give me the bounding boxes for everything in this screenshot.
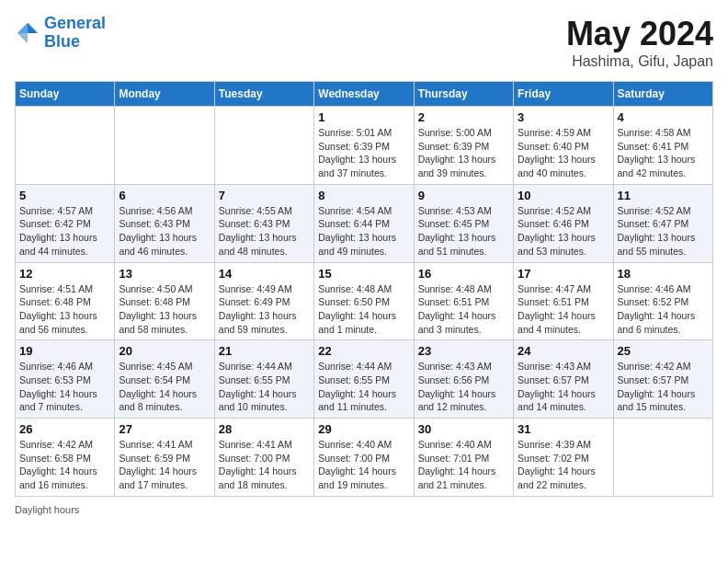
- day-info: Sunrise: 4:46 AMSunset: 6:53 PMDaylight:…: [19, 360, 110, 414]
- calendar-cell: [16, 107, 115, 185]
- calendar-cell: 3Sunrise: 4:59 AMSunset: 6:40 PMDaylight…: [514, 107, 613, 185]
- day-info: Sunrise: 4:39 AMSunset: 7:02 PMDaylight:…: [518, 438, 609, 492]
- day-number: 21: [219, 344, 310, 358]
- calendar-cell: 26Sunrise: 4:42 AMSunset: 6:58 PMDayligh…: [16, 419, 115, 497]
- day-info: Sunrise: 5:01 AMSunset: 6:39 PMDaylight:…: [318, 126, 409, 180]
- day-number: 18: [618, 267, 709, 281]
- day-info: Sunrise: 5:00 AMSunset: 6:39 PMDaylight:…: [418, 126, 509, 180]
- day-info: Sunrise: 4:40 AMSunset: 7:01 PMDaylight:…: [418, 438, 509, 492]
- day-number: 15: [318, 267, 409, 281]
- calendar-cell: [214, 107, 313, 185]
- day-info: Sunrise: 4:40 AMSunset: 7:00 PMDaylight:…: [318, 438, 409, 492]
- week-row-2: 5Sunrise: 4:57 AMSunset: 6:42 PMDaylight…: [16, 184, 713, 262]
- dow-header-thursday: Thursday: [414, 82, 513, 107]
- day-info: Sunrise: 4:43 AMSunset: 6:57 PMDaylight:…: [518, 360, 609, 414]
- day-info: Sunrise: 4:41 AMSunset: 7:00 PMDaylight:…: [219, 438, 310, 492]
- day-number: 8: [318, 189, 409, 202]
- calendar-cell: 25Sunrise: 4:42 AMSunset: 6:57 PMDayligh…: [613, 340, 712, 419]
- logo-icon: [15, 20, 40, 46]
- day-number: 2: [418, 110, 509, 124]
- calendar-cell: 28Sunrise: 4:41 AMSunset: 7:00 PMDayligh…: [214, 419, 313, 497]
- calendar-cell: 19Sunrise: 4:46 AMSunset: 6:53 PMDayligh…: [16, 340, 115, 419]
- calendar-cell: 8Sunrise: 4:54 AMSunset: 6:44 PMDaylight…: [314, 184, 414, 262]
- day-number: 5: [19, 189, 110, 202]
- day-info: Sunrise: 4:48 AMSunset: 6:51 PMDaylight:…: [418, 282, 509, 337]
- calendar-cell: 23Sunrise: 4:43 AMSunset: 6:56 PMDayligh…: [414, 340, 513, 419]
- calendar-cell: 11Sunrise: 4:52 AMSunset: 6:47 PMDayligh…: [613, 184, 712, 262]
- day-number: 19: [19, 344, 110, 358]
- dow-header-friday: Friday: [514, 82, 613, 107]
- day-info: Sunrise: 4:42 AMSunset: 6:57 PMDaylight:…: [618, 360, 709, 414]
- day-number: 12: [19, 267, 110, 281]
- day-info: Sunrise: 4:42 AMSunset: 6:58 PMDaylight:…: [19, 438, 110, 492]
- location: Hashima, Gifu, Japan: [566, 53, 713, 70]
- day-number: 11: [618, 189, 709, 202]
- day-number: 6: [119, 189, 210, 202]
- dow-header-wednesday: Wednesday: [314, 82, 414, 107]
- dow-header-monday: Monday: [115, 82, 214, 107]
- day-info: Sunrise: 4:46 AMSunset: 6:52 PMDaylight:…: [618, 282, 709, 337]
- day-info: Sunrise: 4:51 AMSunset: 6:48 PMDaylight:…: [19, 282, 110, 337]
- header-row: SundayMondayTuesdayWednesdayThursdayFrid…: [16, 82, 713, 107]
- calendar-cell: 2Sunrise: 5:00 AMSunset: 6:39 PMDaylight…: [414, 107, 513, 185]
- day-info: Sunrise: 4:58 AMSunset: 6:41 PMDaylight:…: [618, 126, 709, 180]
- logo-blue: Blue: [44, 32, 80, 51]
- day-number: 31: [518, 422, 609, 436]
- week-row-4: 19Sunrise: 4:46 AMSunset: 6:53 PMDayligh…: [16, 340, 713, 419]
- calendar-cell: 20Sunrise: 4:45 AMSunset: 6:54 PMDayligh…: [115, 340, 214, 419]
- day-number: 22: [318, 344, 409, 358]
- logo: General Blue: [15, 15, 106, 52]
- calendar-cell: 15Sunrise: 4:48 AMSunset: 6:50 PMDayligh…: [314, 262, 414, 340]
- day-info: Sunrise: 4:41 AMSunset: 6:59 PMDaylight:…: [119, 438, 210, 492]
- calendar-cell: 18Sunrise: 4:46 AMSunset: 6:52 PMDayligh…: [613, 262, 712, 340]
- week-row-5: 26Sunrise: 4:42 AMSunset: 6:58 PMDayligh…: [16, 419, 713, 497]
- calendar-cell: 21Sunrise: 4:44 AMSunset: 6:55 PMDayligh…: [214, 340, 313, 419]
- day-info: Sunrise: 4:53 AMSunset: 6:45 PMDaylight:…: [418, 204, 509, 259]
- calendar-cell: 27Sunrise: 4:41 AMSunset: 6:59 PMDayligh…: [115, 419, 214, 497]
- calendar-table: SundayMondayTuesdayWednesdayThursdayFrid…: [15, 81, 713, 497]
- day-info: Sunrise: 4:52 AMSunset: 6:46 PMDaylight:…: [518, 204, 609, 259]
- day-number: 1: [318, 110, 409, 124]
- day-number: 4: [618, 110, 709, 124]
- day-info: Sunrise: 4:59 AMSunset: 6:40 PMDaylight:…: [518, 126, 609, 180]
- day-number: 20: [119, 344, 210, 358]
- day-number: 27: [119, 422, 210, 436]
- calendar-cell: 6Sunrise: 4:56 AMSunset: 6:43 PMDaylight…: [115, 184, 214, 262]
- calendar-cell: [613, 419, 712, 497]
- day-number: 24: [518, 344, 609, 358]
- calendar-cell: 24Sunrise: 4:43 AMSunset: 6:57 PMDayligh…: [514, 340, 613, 419]
- day-number: 14: [219, 267, 310, 281]
- week-row-3: 12Sunrise: 4:51 AMSunset: 6:48 PMDayligh…: [16, 262, 713, 340]
- day-info: Sunrise: 4:43 AMSunset: 6:56 PMDaylight:…: [418, 360, 509, 414]
- day-info: Sunrise: 4:50 AMSunset: 6:48 PMDaylight:…: [119, 282, 210, 337]
- calendar-cell: 4Sunrise: 4:58 AMSunset: 6:41 PMDaylight…: [613, 107, 712, 185]
- calendar-cell: 30Sunrise: 4:40 AMSunset: 7:01 PMDayligh…: [414, 419, 513, 497]
- title-block: May 2024 Hashima, Gifu, Japan: [566, 15, 713, 70]
- day-info: Sunrise: 4:49 AMSunset: 6:49 PMDaylight:…: [219, 282, 310, 337]
- svg-marker-1: [17, 23, 28, 33]
- calendar-cell: [115, 107, 214, 185]
- day-number: 7: [219, 189, 310, 202]
- svg-marker-0: [28, 23, 38, 33]
- month-title: May 2024: [566, 15, 713, 53]
- calendar-cell: 13Sunrise: 4:50 AMSunset: 6:48 PMDayligh…: [115, 262, 214, 340]
- day-info: Sunrise: 4:48 AMSunset: 6:50 PMDaylight:…: [318, 282, 409, 337]
- day-info: Sunrise: 4:44 AMSunset: 6:55 PMDaylight:…: [219, 360, 310, 414]
- day-number: 30: [418, 422, 509, 436]
- day-number: 25: [618, 344, 709, 358]
- calendar-cell: 10Sunrise: 4:52 AMSunset: 6:46 PMDayligh…: [514, 184, 613, 262]
- calendar-cell: 1Sunrise: 5:01 AMSunset: 6:39 PMDaylight…: [314, 107, 414, 185]
- dow-header-saturday: Saturday: [613, 82, 712, 107]
- footer-daylight: Daylight hours: [15, 504, 713, 515]
- day-info: Sunrise: 4:52 AMSunset: 6:47 PMDaylight:…: [618, 204, 709, 259]
- week-row-1: 1Sunrise: 5:01 AMSunset: 6:39 PMDaylight…: [16, 107, 713, 185]
- calendar-cell: 31Sunrise: 4:39 AMSunset: 7:02 PMDayligh…: [514, 419, 613, 497]
- day-number: 28: [219, 422, 310, 436]
- day-info: Sunrise: 4:45 AMSunset: 6:54 PMDaylight:…: [119, 360, 210, 414]
- svg-marker-2: [17, 33, 28, 43]
- calendar-cell: 17Sunrise: 4:47 AMSunset: 6:51 PMDayligh…: [514, 262, 613, 340]
- day-info: Sunrise: 4:56 AMSunset: 6:43 PMDaylight:…: [119, 204, 210, 259]
- calendar-cell: 16Sunrise: 4:48 AMSunset: 6:51 PMDayligh…: [414, 262, 513, 340]
- calendar-cell: 12Sunrise: 4:51 AMSunset: 6:48 PMDayligh…: [16, 262, 115, 340]
- dow-header-sunday: Sunday: [16, 82, 115, 107]
